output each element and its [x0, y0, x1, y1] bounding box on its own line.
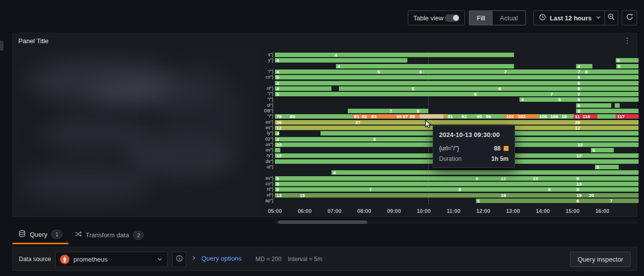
- timeline-segment[interactable]: 6: [473, 92, 549, 96]
- query-options-link[interactable]: Query options: [201, 255, 242, 262]
- fill-button[interactable]: Fill: [469, 11, 493, 25]
- timeline-segment[interactable]: 11: [574, 114, 581, 119]
- timeline-segment[interactable]: 6: [497, 86, 576, 91]
- timeline-segment[interactable]: 4: [275, 137, 372, 141]
- timeline-segment[interactable]: 20: [587, 193, 639, 198]
- timeline-segment[interactable]: 13: [575, 182, 639, 186]
- table-view-switch[interactable]: [445, 14, 459, 22]
- datasource-help-button[interactable]: [172, 252, 186, 267]
- timeline-segment[interactable]: 6: [418, 69, 503, 74]
- timeline-segment[interactable]: 12: [574, 126, 639, 130]
- timeline-segment[interactable]: 12: [275, 126, 574, 130]
- timeline-segment[interactable]: 8: [415, 109, 428, 113]
- timeline-segment[interactable]: 13: [531, 176, 575, 181]
- timeline-segment[interactable]: 117: [616, 114, 639, 119]
- timeline-segment[interactable]: 105: [538, 114, 549, 119]
- timeline-segment[interactable]: 8: [275, 176, 474, 181]
- timeline-segment[interactable]: 9: [575, 187, 639, 192]
- timeline-segment[interactable]: 15: [298, 193, 499, 198]
- timeline-segment[interactable]: [615, 103, 620, 108]
- query-inspector-button[interactable]: Query inspector: [570, 252, 631, 267]
- timeline-segment[interactable]: 4: [336, 64, 514, 69]
- timeline-segment[interactable]: 91: [446, 114, 460, 119]
- timeline-segment[interactable]: 5: [275, 75, 576, 79]
- timeline-segment[interactable]: 5: [576, 81, 639, 85]
- timeline-segment[interactable]: 6: [275, 187, 368, 192]
- timeline-segment[interactable]: 87: [401, 114, 408, 119]
- timeline-segment[interactable]: [275, 148, 280, 152]
- timeline-segment[interactable]: 5: [557, 97, 576, 102]
- timeline-segment[interactable]: 7: [576, 69, 583, 74]
- timeline-segment[interactable]: 116: [581, 114, 597, 119]
- table-view-toggle-group[interactable]: Table view: [408, 10, 465, 25]
- timeline-segment[interactable]: 81: [353, 114, 360, 119]
- timeline-segment[interactable]: [348, 109, 388, 113]
- timeline-segment[interactable]: 9: [474, 176, 500, 181]
- timeline-segment[interactable]: 102: [516, 114, 538, 119]
- actual-button[interactable]: Actual: [493, 11, 525, 25]
- tab-query[interactable]: Query 1: [12, 226, 68, 244]
- timeline-segment[interactable]: 106: [549, 114, 560, 119]
- timeline-segment[interactable]: 82: [360, 114, 370, 119]
- timeline-segment[interactable]: 22: [576, 142, 639, 147]
- timeline-segment[interactable]: 6: [575, 199, 608, 203]
- time-range-picker[interactable]: Last 12 hours: [533, 10, 607, 25]
- timeline-segment[interactable]: 10: [560, 114, 574, 119]
- timeline-segment[interactable]: 83: [370, 114, 395, 119]
- timeline-segment[interactable]: 8: [275, 182, 575, 186]
- timeline-segment[interactable]: 5: [275, 92, 473, 96]
- timeline-segment[interactable]: [420, 114, 444, 119]
- timeline-segment[interactable]: 5: [576, 75, 639, 79]
- expand-chevron-icon[interactable]: ›: [193, 253, 195, 263]
- refresh-button[interactable]: [622, 10, 637, 25]
- timeline-segment[interactable]: 12: [275, 153, 575, 158]
- timeline-segment[interactable]: 19: [499, 193, 575, 198]
- timeline-segment[interactable]: 95: [475, 114, 484, 119]
- timeline-segment[interactable]: 5: [476, 199, 575, 203]
- zoom-out-button[interactable]: [604, 10, 618, 25]
- timeline-segment[interactable]: 8: [575, 176, 639, 181]
- timeline-segment[interactable]: 13: [275, 193, 298, 198]
- timeline-segment[interactable]: 4: [275, 131, 279, 136]
- panel-menu-kebab-icon[interactable]: ⋮: [621, 36, 634, 45]
- timeline-segment[interactable]: 5: [616, 64, 639, 69]
- timeline-segment[interactable]: 96: [484, 114, 505, 119]
- timeline-segment[interactable]: 101: [505, 114, 516, 119]
- timeline-segment[interactable]: [339, 86, 410, 91]
- timeline-segment[interactable]: 5: [595, 165, 619, 169]
- timeline-segment[interactable]: 4: [331, 170, 639, 175]
- timeline-segment[interactable]: 27: [354, 120, 574, 125]
- timeline-segment[interactable]: 8: [457, 187, 546, 192]
- timeline-segment[interactable]: 4: [576, 64, 592, 69]
- timeline-segment[interactable]: 7: [549, 92, 576, 96]
- timeline-segment[interactable]: 5: [410, 86, 497, 91]
- datasource-select[interactable]: prometheus: [55, 252, 168, 267]
- horizontal-scrollbar-thumb[interactable]: [278, 220, 367, 224]
- sidebar-collapsed-notch[interactable]: [0, 41, 3, 51]
- timeline-segment[interactable]: 5: [376, 69, 418, 74]
- timeline-segment[interactable]: [597, 114, 616, 119]
- timeline-segment[interactable]: 5: [576, 97, 639, 102]
- timeline-segment[interactable]: 26: [275, 120, 354, 125]
- timeline-segment[interactable]: 28: [574, 120, 639, 125]
- timeline-segment[interactable]: 86: [395, 114, 401, 119]
- timeline-segment[interactable]: 8: [576, 86, 639, 91]
- timeline-segment[interactable]: 4: [275, 58, 407, 63]
- timeline-segment[interactable]: 88: [408, 114, 420, 119]
- timeline-segment[interactable]: [275, 53, 333, 57]
- timeline-segment[interactable]: 79: [275, 114, 288, 119]
- timeline-segment[interactable]: 8: [583, 69, 639, 74]
- timeline-segment[interactable]: 19: [575, 193, 587, 198]
- timeline-segment[interactable]: 4: [275, 81, 576, 85]
- timeline-segment[interactable]: 5: [591, 148, 614, 152]
- timeline-segment[interactable]: 4: [519, 97, 557, 102]
- timeline-segment[interactable]: 22: [275, 142, 576, 147]
- timeline-segment[interactable]: 92: [460, 114, 475, 119]
- timeline-segment[interactable]: 80: [288, 114, 353, 119]
- timeline-segment[interactable]: 9: [547, 187, 575, 192]
- timeline-segment[interactable]: 4: [275, 86, 331, 91]
- tab-transform-data[interactable]: Transform data 2: [68, 226, 150, 244]
- timeline-segment[interactable]: 5: [616, 58, 639, 63]
- timeline-segment[interactable]: 7: [388, 109, 415, 113]
- timeline-segment[interactable]: 8: [576, 109, 639, 113]
